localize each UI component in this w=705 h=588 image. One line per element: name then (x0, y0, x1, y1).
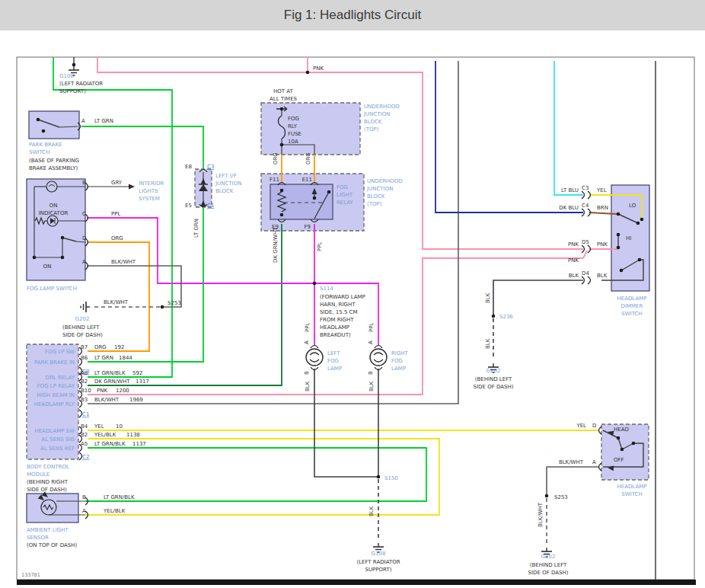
label-a8: A8 (81, 370, 88, 376)
junction-dot (377, 475, 381, 479)
label-pnk: PNK (568, 257, 579, 264)
label-lt-grn-blk: LT GRN/BLK (104, 494, 135, 500)
label-c1[interactable]: C1 (207, 203, 214, 209)
label-indicator: INDICATOR (39, 210, 69, 216)
label-blk: BLK (597, 273, 608, 279)
label-park-brake: PARK BRAKE (29, 142, 62, 148)
label-pnk: PNK (313, 66, 324, 72)
label-dimmer: DIMMER (621, 303, 643, 309)
label--top-: (TOP) (364, 126, 379, 133)
label-body-control: BODY CONTROL (27, 464, 69, 470)
label-1844: 1844 (119, 355, 132, 361)
label-al-sens-sig: AL SENS SIG (41, 436, 75, 443)
label-hi: HI (626, 235, 631, 241)
label-breakout-: BREAKOUT) (320, 332, 351, 338)
junction-dot (280, 107, 284, 111)
label-g108: G108 (59, 73, 74, 79)
junction-dot (161, 305, 164, 309)
label-side-of-dash-: SIDE OF DASH) (62, 332, 103, 338)
label-d5: D5 (582, 239, 589, 245)
bottom-border-bar (17, 580, 696, 585)
label-fog-lamp-switch: FOG LAMP SWITCH (27, 286, 77, 292)
label-c2[interactable]: C2 (82, 454, 89, 460)
label-a: A (368, 340, 374, 344)
label-s150: S150 (384, 475, 398, 481)
label-yel-blk: YEL/BLK (103, 508, 126, 514)
label-b: B (304, 371, 310, 375)
underhood-junction-block-top-box (261, 103, 360, 155)
label-switch: SWITCH (621, 311, 642, 317)
label-blk-wht: BLK/WHT (111, 259, 136, 265)
label-e11: E11 (302, 177, 312, 183)
label-left-i-p: LEFT I/P (215, 173, 236, 179)
label--forward-lamp: (FORWARD LAMP (320, 294, 365, 300)
label-s114: S114 (320, 286, 333, 292)
label-headlamp-rly: HEADLAMP RLY (34, 401, 75, 407)
label-yel-blk: YEL/BLK (94, 432, 116, 438)
label-block: BLOCK (364, 119, 382, 125)
junction-dot (61, 256, 65, 260)
label-s253: S253 (167, 300, 181, 306)
label-switch: SWITCH (621, 491, 642, 497)
label-dk-blu: DK BLU (559, 205, 579, 211)
junction-dot (280, 213, 284, 217)
label-ppl: PPL (111, 211, 120, 217)
label--left-radiator: (LEFT RADIATOR (356, 559, 400, 565)
label-b: B (368, 371, 374, 375)
junction-dot (33, 256, 37, 260)
label-ppl: PPL (317, 242, 323, 251)
junction-dot (313, 282, 317, 286)
label-lt-blu: LT BLU (561, 187, 579, 193)
label-e5: E5 (185, 203, 192, 209)
label-left: LEFT (327, 350, 340, 356)
junction-dot (620, 448, 624, 452)
junction-dot (280, 143, 284, 147)
label-b: B (82, 180, 86, 186)
label-d: D (592, 423, 596, 429)
label-b4: B4 (81, 423, 88, 430)
headlights-circuit-diagram: G108(LEFT RADIATORSUPPORT)PNKHOT ATALL T… (0, 0, 705, 588)
label-133781: 133781 (21, 572, 40, 578)
label-lamp: LAMP (327, 366, 342, 372)
label-c3[interactable]: C3 (207, 164, 214, 170)
label-org: ORG (305, 152, 311, 165)
label-e8: E8 (185, 164, 192, 170)
label-on: ON (43, 264, 52, 270)
label-hot-at: HOT AT (273, 88, 294, 94)
label-ppl: PPL (305, 323, 311, 332)
label-pnk: PNK (97, 388, 107, 394)
label-pnk: PNK (568, 241, 579, 248)
label-headlamp: HEADLAMP (617, 484, 647, 490)
label-system: SYSTEM (139, 196, 160, 202)
label-brake-assembly-: BRAKE ASSEMBLY) (29, 165, 78, 171)
label-b: B (82, 494, 86, 500)
label-b2: B2 (81, 432, 88, 438)
label-c3: C3 (582, 185, 589, 191)
label-on: ON (49, 203, 58, 209)
junction-dot (313, 197, 317, 200)
label-s236: S236 (499, 314, 513, 320)
label-c1[interactable]: C1 (82, 411, 89, 417)
label-fog-lp-sw: FOG LP SW (45, 349, 75, 355)
label--behind-left: (BEHIND LEFT (62, 324, 100, 331)
label-a: A (592, 459, 596, 465)
junction-dot (306, 71, 310, 75)
junction-dot (636, 222, 640, 225)
label-blk: BLK (368, 381, 375, 391)
label-lt-grn: LT GRN (193, 219, 199, 238)
label-side-of-dash-: SIDE OF DASH) (528, 570, 569, 576)
label-block: BLOCK (215, 188, 234, 194)
label--top-: (TOP) (367, 201, 382, 207)
label-a: A (81, 118, 85, 124)
label-blk: BLK (368, 506, 375, 516)
junction-dot (617, 233, 620, 237)
label-blk: BLK (569, 273, 579, 279)
label-interior: INTERIOR (139, 181, 164, 187)
label-head: HEAD (614, 427, 629, 433)
label-blk: BLK (305, 381, 311, 391)
label-side-of-dash-: SIDE OF DASH) (474, 384, 514, 390)
label-fog: FOG (391, 358, 403, 364)
label-headlamp: HEADLAMP (617, 296, 647, 302)
label-ambient-light: AMBIENT LIGHT (27, 527, 69, 533)
label-blk-wht: BLK/WHT (94, 397, 120, 403)
